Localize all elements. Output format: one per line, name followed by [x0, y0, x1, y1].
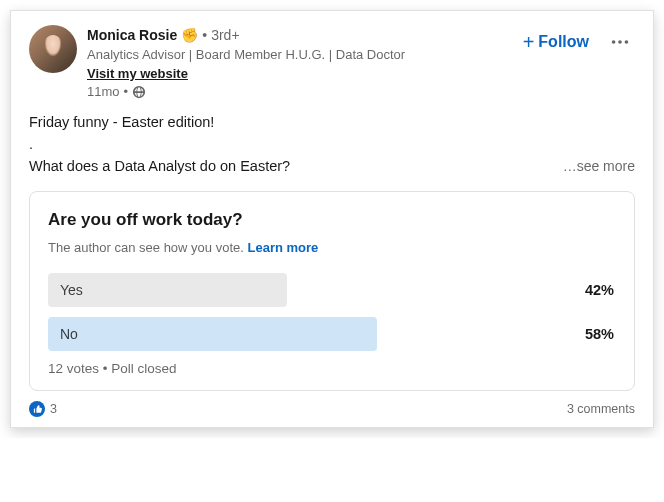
author-name[interactable]: Monica Rosie: [87, 25, 177, 45]
svg-point-0: [612, 40, 616, 44]
post-card: Monica Rosie ✊ • 3rd+ Analytics Advisor …: [10, 10, 654, 428]
poll-subtext-text: The author can see how you vote.: [48, 240, 244, 255]
post-text-line: Friday funny - Easter edition!: [29, 111, 635, 133]
header-actions: + Follow: [517, 25, 635, 57]
poll-option-label: No: [48, 326, 78, 342]
poll-bar: [48, 317, 377, 351]
post-time: 11mo: [87, 84, 120, 99]
svg-point-2: [625, 40, 629, 44]
follow-button[interactable]: + Follow: [517, 29, 595, 55]
fist-emoji-icon: ✊: [181, 25, 198, 45]
post-time-line: 11mo •: [87, 84, 517, 99]
plus-icon: +: [523, 34, 535, 50]
follow-label: Follow: [538, 33, 589, 51]
post-text-line: .: [29, 133, 635, 155]
comments-count[interactable]: 3 comments: [567, 402, 635, 416]
social-row: 3 3 comments: [29, 401, 635, 417]
svg-point-1: [618, 40, 622, 44]
author-name-line: Monica Rosie ✊ • 3rd+: [87, 25, 517, 45]
connection-degree: 3rd+: [211, 25, 239, 45]
separator-dot: •: [124, 84, 129, 99]
overflow-menu-button[interactable]: [605, 27, 635, 57]
learn-more-link[interactable]: Learn more: [247, 240, 318, 255]
poll-footer: 12 votes • Poll closed: [48, 361, 616, 376]
poll-subtext: The author can see how you vote. Learn m…: [48, 240, 616, 255]
post-header: Monica Rosie ✊ • 3rd+ Analytics Advisor …: [29, 25, 635, 99]
like-icon[interactable]: [29, 401, 45, 417]
globe-icon: [132, 85, 146, 99]
ellipsis-icon: [609, 31, 631, 53]
post-text-line: What does a Data Analyst do on Easter?: [29, 155, 290, 177]
poll-option-percent: 58%: [585, 326, 616, 342]
website-link[interactable]: Visit my website: [87, 66, 188, 81]
poll-card: Are you off work today? The author can s…: [29, 191, 635, 391]
author-avatar[interactable]: [29, 25, 77, 73]
post-text-row: What does a Data Analyst do on Easter? ……: [29, 155, 635, 177]
poll-option-label: Yes: [48, 282, 83, 298]
poll-options: Yes42%No58%: [48, 273, 616, 351]
author-headline: Analytics Advisor | Board Member H.U.G. …: [87, 46, 517, 64]
post-body: Friday funny - Easter edition! . What do…: [29, 111, 635, 177]
poll-option-percent: 42%: [585, 282, 616, 298]
reaction-count[interactable]: 3: [50, 402, 57, 416]
poll-option[interactable]: Yes42%: [48, 273, 616, 307]
see-more-button[interactable]: …see more: [563, 155, 635, 177]
poll-bar: [48, 273, 287, 307]
author-meta: Monica Rosie ✊ • 3rd+ Analytics Advisor …: [87, 25, 517, 99]
separator-dot: •: [202, 25, 207, 45]
poll-question: Are you off work today?: [48, 210, 616, 230]
poll-option[interactable]: No58%: [48, 317, 616, 351]
